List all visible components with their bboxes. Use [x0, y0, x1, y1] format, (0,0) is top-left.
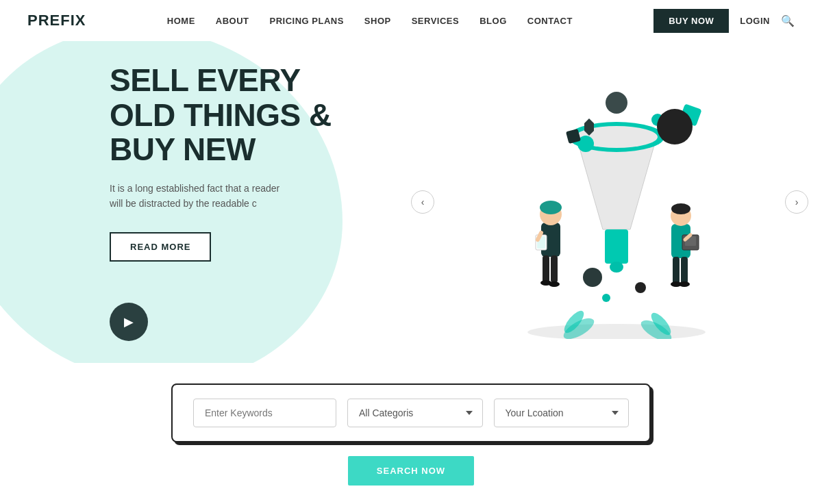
svg-point-34 — [679, 281, 690, 287]
nav-services[interactable]: SERVICES — [412, 16, 460, 26]
hero-title: SELL EVERY OLD THINGS & BUY NEW — [110, 63, 411, 167]
play-btn-wrapper: ▶ — [110, 303, 411, 341]
hero-subtitle: It is a long established fact that a rea… — [110, 181, 288, 212]
nav-blog[interactable]: BLOG — [480, 16, 507, 26]
svg-point-26 — [540, 201, 562, 214]
svg-point-10 — [657, 109, 693, 144]
nav-shop[interactable]: SHOP — [364, 16, 391, 26]
svg-point-15 — [602, 294, 610, 302]
svg-point-14 — [635, 282, 646, 293]
svg-point-0 — [527, 324, 706, 339]
nav-about[interactable]: ABOUT — [216, 16, 249, 26]
buy-now-button[interactable]: BUY NOW — [653, 9, 729, 33]
search-icon: 🔍 — [781, 15, 795, 27]
hero-content: SELL EVERY OLD THINGS & BUY NEW It is a … — [0, 63, 411, 341]
location-select[interactable]: Your Lcoation New York Los Angeles Chica… — [494, 399, 630, 427]
search-now-button[interactable]: SEARCH NOW — [348, 456, 474, 486]
hero-section: SELL EVERY OLD THINGS & BUY NEW It is a … — [0, 41, 822, 363]
svg-point-5 — [610, 262, 623, 273]
logo: PREFIX — [27, 12, 86, 29]
nav-contact[interactable]: CONTACT — [527, 16, 573, 26]
hero-illustration-svg — [473, 65, 760, 339]
nav-links: HOME ABOUT PRICING PLANS SHOP SERVICES B… — [167, 14, 573, 27]
carousel-next-button[interactable]: › — [785, 190, 808, 214]
svg-rect-32 — [681, 257, 688, 284]
carousel-prev-button[interactable]: ‹ — [411, 190, 434, 214]
hero-illustration — [411, 41, 822, 363]
keyword-search-input[interactable] — [193, 399, 336, 427]
svg-rect-21 — [543, 255, 549, 283]
nav-right: BUY NOW LOGIN 🔍 — [653, 9, 795, 33]
nav-home[interactable]: HOME — [167, 16, 195, 26]
svg-point-36 — [671, 203, 690, 214]
search-section: All Categoris Electronics Clothing Furni… — [0, 363, 822, 492]
search-box: All Categoris Electronics Clothing Furni… — [171, 383, 651, 442]
login-button[interactable]: LOGIN — [740, 16, 770, 26]
search-icon-button[interactable]: 🔍 — [781, 14, 795, 27]
read-more-button[interactable]: READ MORE — [110, 232, 211, 262]
play-icon: ▶ — [124, 314, 134, 329]
category-select[interactable]: All Categoris Electronics Clothing Furni… — [347, 399, 483, 427]
navbar: PREFIX HOME ABOUT PRICING PLANS SHOP SER… — [0, 0, 822, 41]
svg-point-7 — [606, 92, 627, 114]
svg-point-13 — [583, 268, 602, 287]
svg-rect-4 — [605, 229, 628, 264]
play-button[interactable]: ▶ — [110, 303, 148, 341]
svg-rect-22 — [551, 255, 558, 283]
svg-point-24 — [549, 281, 560, 287]
nav-pricing[interactable]: PRICING PLANS — [270, 16, 344, 26]
svg-rect-31 — [673, 257, 680, 284]
